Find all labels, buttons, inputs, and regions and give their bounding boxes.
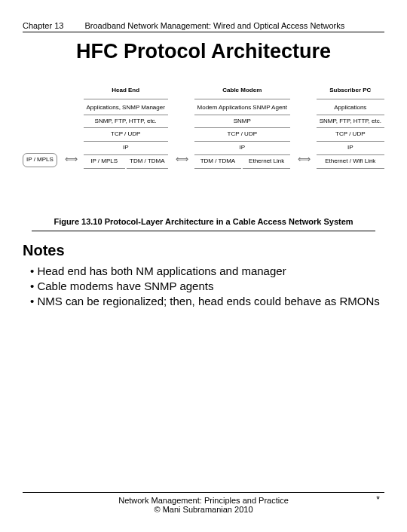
layer-cell: TCP / UDP bbox=[84, 128, 168, 142]
layer-cell: IP bbox=[84, 142, 168, 155]
side-ip-mpls-box: IP / MPLS bbox=[23, 153, 57, 167]
layer-cell: SNMP, FTP, HTTP, etc. bbox=[317, 115, 384, 129]
stack-title: Subscriber PC bbox=[317, 84, 384, 99]
layer-cell: SNMP bbox=[194, 115, 290, 129]
stack-subscriber-pc: Subscriber PC Applications SNMP, FTP, HT… bbox=[317, 84, 384, 169]
note-text: NMS can be regionalized; then, head ends… bbox=[37, 295, 379, 307]
layer-cell: IP / MPLS bbox=[84, 155, 125, 169]
course-label: Broadband Network Management: Wired and … bbox=[84, 21, 344, 30]
layer-cell: Modem Applications SNMP Agent bbox=[194, 102, 290, 115]
stack-head-end: Head End Applications, SNMP Manager SNMP… bbox=[84, 84, 168, 169]
footer-line: © Mani Subramanian 2010 bbox=[23, 505, 384, 514]
layer-cell: Ethernet / Wifi Link bbox=[317, 155, 384, 169]
layer-cell: SNMP, FTP, HTTP, etc. bbox=[84, 115, 168, 129]
layer-cell: TCP / UDP bbox=[317, 128, 384, 142]
page-footer: * Network Management: Principles and Pra… bbox=[23, 492, 384, 514]
chapter-label: Chapter 13 bbox=[23, 21, 63, 30]
layer-cell: Ethernet Link bbox=[243, 155, 290, 169]
list-item: • Head end has both NM applications and … bbox=[30, 264, 384, 279]
layer-cell: TCP / UDP bbox=[194, 128, 290, 142]
figure-caption: Figure 13.10 Protocol-Layer Architecture… bbox=[32, 217, 375, 231]
footnote-mark: * bbox=[376, 494, 380, 505]
layer-cell: IP bbox=[194, 142, 290, 155]
layer-cell: Applications, SNMP Manager bbox=[84, 102, 168, 115]
layer-cell: Applications bbox=[317, 102, 384, 115]
stack-title: Cable Modem bbox=[194, 84, 290, 99]
list-item: • NMS can be regionalized; then, head en… bbox=[30, 294, 384, 309]
note-text: Head end has both NM applications and ma… bbox=[37, 264, 286, 277]
page-header: Chapter 13 Broadband Network Management:… bbox=[23, 21, 384, 32]
notes-list: • Head end has both NM applications and … bbox=[23, 264, 384, 310]
footer-line: Network Management: Principles and Pract… bbox=[23, 496, 384, 505]
arrow-icon: ⟺ bbox=[298, 154, 309, 164]
notes-heading: Notes bbox=[23, 242, 384, 259]
stack-cable-modem: Cable Modem Modem Applications SNMP Agen… bbox=[194, 84, 290, 169]
layer-cell: IP bbox=[317, 142, 384, 155]
stack-title: Head End bbox=[84, 84, 168, 99]
arrow-icon: ⟺ bbox=[65, 154, 76, 164]
arrow-icon: ⟺ bbox=[176, 154, 187, 164]
note-text: Cable modems have SNMP agents bbox=[37, 280, 213, 292]
layer-cell: TDM / TDMA bbox=[127, 155, 168, 169]
protocol-diagram: IP / MPLS ⟺ Head End Applications, SNMP … bbox=[23, 84, 384, 169]
page-title: HFC Protocol Architecture bbox=[23, 40, 384, 63]
list-item: • Cable modems have SNMP agents bbox=[30, 279, 384, 294]
layer-cell: TDM / TDMA bbox=[194, 155, 242, 169]
